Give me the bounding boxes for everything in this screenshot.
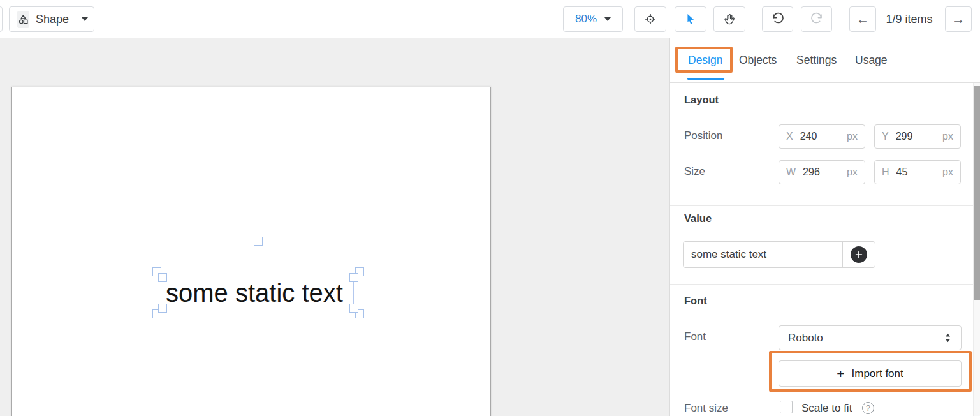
value-section-title: Value	[684, 212, 712, 225]
previous-item-button[interactable]: ←	[849, 6, 876, 32]
cursor-icon	[684, 13, 697, 26]
toolbar: Shape 80%	[0, 0, 980, 38]
value-input-group	[683, 241, 875, 268]
chevron-down-icon	[604, 17, 611, 21]
size-w-prefix: W	[786, 167, 796, 178]
undo-icon	[771, 12, 785, 26]
center-view-button[interactable]	[634, 6, 666, 32]
panel-tab-bar: Design Objects Settings Usage	[670, 38, 980, 83]
plus-icon: +	[837, 367, 844, 380]
arrow-left-icon: ←	[856, 12, 869, 27]
position-y-value: 299	[896, 131, 913, 142]
size-h-unit: px	[942, 167, 953, 178]
select-tool-button[interactable]	[675, 6, 706, 32]
size-h-prefix: H	[882, 167, 889, 178]
size-h-value: 45	[896, 167, 908, 178]
zoom-level-value: 80%	[575, 13, 597, 26]
position-x-prefix: X	[786, 131, 793, 142]
font-family-select[interactable]: Roboto	[779, 325, 962, 350]
sort-arrows-icon	[944, 332, 952, 343]
size-w-unit: px	[847, 167, 858, 178]
document-page[interactable]	[11, 87, 491, 416]
arrow-right-icon: →	[952, 12, 965, 27]
resize-handle-top-left[interactable]	[158, 273, 167, 282]
tab-objects[interactable]: Objects	[739, 54, 777, 67]
section-divider	[670, 284, 973, 285]
size-w-input[interactable]: W 296 px	[779, 160, 865, 184]
rotation-handle-line	[258, 250, 258, 278]
scrollbar-thumb[interactable]	[974, 86, 980, 300]
font-label: Font	[684, 331, 706, 343]
help-icon: ?	[862, 402, 874, 414]
position-y-unit: px	[942, 131, 953, 142]
tab-design[interactable]: Design	[688, 54, 722, 67]
font-family-value: Roboto	[788, 332, 944, 345]
size-label: Size	[684, 165, 705, 178]
resize-handle-top-right[interactable]	[349, 273, 358, 282]
import-font-button[interactable]: + Import font	[779, 360, 962, 387]
position-y-prefix: Y	[882, 131, 889, 142]
resize-handle-bottom-right[interactable]	[349, 304, 358, 313]
position-x-input[interactable]: X 240 px	[779, 124, 865, 149]
position-x-unit: px	[847, 131, 858, 142]
layout-section-title: Layout	[684, 94, 719, 106]
position-label: Position	[684, 130, 722, 142]
shapes-icon	[17, 11, 29, 28]
active-tab-underline	[687, 78, 724, 80]
panel-scrollbar[interactable]	[973, 83, 980, 416]
zoom-level-dropdown[interactable]: 80%	[563, 6, 623, 32]
redo-button[interactable]	[801, 6, 832, 32]
tab-settings[interactable]: Settings	[796, 54, 837, 67]
chevron-down-icon	[82, 17, 88, 21]
position-x-value: 240	[800, 131, 817, 142]
font-section-title: Font	[684, 295, 707, 307]
size-h-input[interactable]: H 45 px	[874, 160, 961, 184]
next-item-button[interactable]: →	[945, 6, 972, 32]
scale-to-fit-checkbox[interactable]	[780, 401, 793, 413]
redo-icon	[810, 12, 824, 26]
partial-button[interactable]	[0, 6, 3, 32]
target-icon	[643, 12, 657, 26]
items-counter: 1/9 items	[879, 6, 940, 32]
app-root: Shape 80%	[0, 0, 980, 416]
resize-handle-bottom-left[interactable]	[158, 304, 167, 313]
hand-icon	[723, 13, 736, 26]
rotation-handle[interactable]	[254, 237, 263, 246]
position-y-input[interactable]: Y 299 px	[874, 124, 961, 149]
import-font-label: Import font	[852, 368, 903, 380]
value-input[interactable]	[684, 242, 842, 267]
shape-button-label: Shape	[36, 13, 69, 26]
section-divider	[670, 205, 973, 206]
size-w-value: 296	[803, 167, 820, 178]
font-size-label: Font size	[684, 402, 728, 415]
scale-to-fit-label: Scale to fit	[801, 402, 852, 415]
undo-button[interactable]	[762, 6, 793, 32]
plus-circle-icon	[851, 246, 867, 263]
pan-tool-button[interactable]	[713, 6, 745, 32]
canvas-area[interactable]: some static text	[0, 38, 669, 416]
tab-usage[interactable]: Usage	[855, 54, 888, 67]
properties-panel: Design Objects Settings Usage Layout Pos…	[669, 38, 980, 416]
canvas-text: some static text	[166, 278, 355, 309]
shape-dropdown-button[interactable]: Shape	[9, 6, 94, 32]
selected-text-element[interactable]: some static text	[163, 278, 354, 308]
add-variable-button[interactable]	[842, 242, 875, 267]
